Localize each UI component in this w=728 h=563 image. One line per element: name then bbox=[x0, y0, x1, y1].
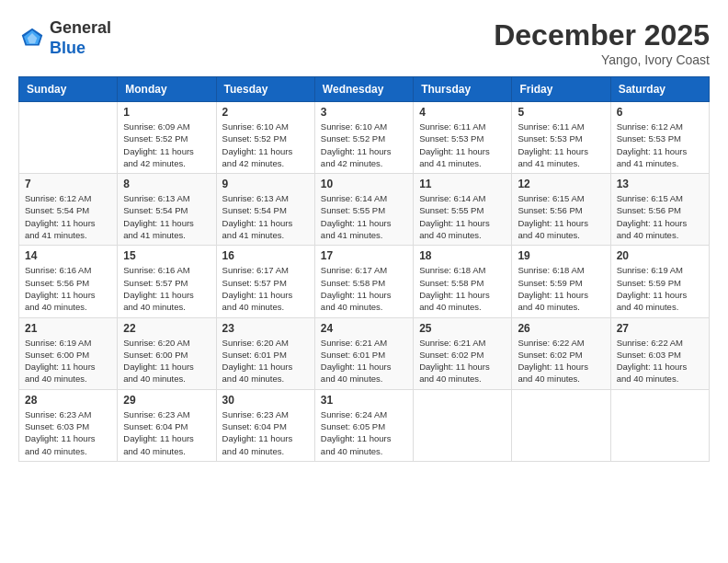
table-row: 5Sunrise: 6:11 AMSunset: 5:53 PMDaylight… bbox=[512, 102, 610, 174]
calendar-week-row: 28Sunrise: 6:23 AMSunset: 6:03 PMDayligh… bbox=[19, 389, 710, 461]
day-info: Sunrise: 6:17 AMSunset: 5:58 PMDaylight:… bbox=[321, 264, 407, 313]
day-info: Sunrise: 6:11 AMSunset: 5:53 PMDaylight:… bbox=[518, 121, 604, 169]
day-info: Sunrise: 6:20 AMSunset: 6:01 PMDaylight:… bbox=[222, 337, 309, 385]
header-thursday: Thursday bbox=[414, 77, 512, 102]
header-sunday: Sunday bbox=[19, 77, 118, 102]
table-row: 12Sunrise: 6:15 AMSunset: 5:56 PMDayligh… bbox=[512, 174, 610, 246]
day-number: 22 bbox=[123, 322, 210, 335]
table-row: 9Sunrise: 6:13 AMSunset: 5:54 PMDaylight… bbox=[216, 174, 314, 246]
day-number: 11 bbox=[419, 178, 506, 190]
day-number: 21 bbox=[25, 322, 111, 335]
calendar-week-row: 1Sunrise: 6:09 AMSunset: 5:52 PMDaylight… bbox=[19, 102, 710, 174]
table-row: 14Sunrise: 6:16 AMSunset: 5:56 PMDayligh… bbox=[19, 246, 118, 317]
table-row bbox=[512, 389, 610, 461]
day-info: Sunrise: 6:17 AMSunset: 5:57 PMDaylight:… bbox=[222, 264, 309, 313]
table-row: 23Sunrise: 6:20 AMSunset: 6:01 PMDayligh… bbox=[216, 317, 314, 389]
day-info: Sunrise: 6:10 AMSunset: 5:52 PMDaylight:… bbox=[321, 121, 407, 169]
calendar-week-row: 7Sunrise: 6:12 AMSunset: 5:54 PMDaylight… bbox=[19, 174, 710, 246]
header-wednesday: Wednesday bbox=[314, 77, 413, 102]
day-info: Sunrise: 6:11 AMSunset: 5:53 PMDaylight:… bbox=[419, 121, 506, 169]
day-number: 25 bbox=[419, 322, 506, 335]
day-number: 8 bbox=[123, 178, 210, 190]
day-number: 20 bbox=[617, 249, 703, 262]
table-row: 16Sunrise: 6:17 AMSunset: 5:57 PMDayligh… bbox=[216, 246, 314, 317]
day-info: Sunrise: 6:15 AMSunset: 5:56 PMDaylight:… bbox=[518, 192, 604, 241]
calendar-header-row: Sunday Monday Tuesday Wednesday Thursday… bbox=[19, 77, 710, 102]
day-number: 13 bbox=[617, 178, 703, 190]
table-row: 29Sunrise: 6:23 AMSunset: 6:04 PMDayligh… bbox=[118, 389, 216, 461]
table-row: 4Sunrise: 6:11 AMSunset: 5:53 PMDaylight… bbox=[414, 102, 512, 174]
day-number: 30 bbox=[222, 394, 309, 407]
day-number: 12 bbox=[518, 178, 604, 190]
day-number: 31 bbox=[321, 394, 407, 407]
month-title: December 2025 bbox=[494, 18, 710, 52]
logo-icon bbox=[18, 25, 46, 52]
day-info: Sunrise: 6:13 AMSunset: 5:54 PMDaylight:… bbox=[222, 192, 309, 241]
day-number: 24 bbox=[321, 322, 407, 335]
table-row: 31Sunrise: 6:24 AMSunset: 6:05 PMDayligh… bbox=[314, 389, 413, 461]
day-info: Sunrise: 6:23 AMSunset: 6:04 PMDaylight:… bbox=[123, 408, 210, 457]
table-row: 22Sunrise: 6:20 AMSunset: 6:00 PMDayligh… bbox=[118, 317, 216, 389]
day-number: 3 bbox=[321, 106, 407, 119]
day-info: Sunrise: 6:16 AMSunset: 5:56 PMDaylight:… bbox=[25, 264, 111, 313]
day-info: Sunrise: 6:18 AMSunset: 5:59 PMDaylight:… bbox=[518, 264, 604, 313]
day-number: 1 bbox=[123, 106, 210, 119]
day-info: Sunrise: 6:23 AMSunset: 6:03 PMDaylight:… bbox=[25, 408, 111, 457]
table-row: 10Sunrise: 6:14 AMSunset: 5:55 PMDayligh… bbox=[314, 174, 413, 246]
table-row: 11Sunrise: 6:14 AMSunset: 5:55 PMDayligh… bbox=[414, 174, 512, 246]
header-friday: Friday bbox=[512, 77, 610, 102]
day-info: Sunrise: 6:14 AMSunset: 5:55 PMDaylight:… bbox=[321, 192, 407, 241]
day-info: Sunrise: 6:09 AMSunset: 5:52 PMDaylight:… bbox=[123, 121, 210, 169]
page-header: General Blue December 2025 Yango, Ivory … bbox=[18, 18, 710, 67]
table-row bbox=[610, 389, 709, 461]
table-row: 8Sunrise: 6:13 AMSunset: 5:54 PMDaylight… bbox=[118, 174, 216, 246]
day-info: Sunrise: 6:15 AMSunset: 5:56 PMDaylight:… bbox=[617, 192, 703, 241]
table-row: 27Sunrise: 6:22 AMSunset: 6:03 PMDayligh… bbox=[610, 317, 709, 389]
table-row: 25Sunrise: 6:21 AMSunset: 6:02 PMDayligh… bbox=[414, 317, 512, 389]
day-number: 4 bbox=[419, 106, 506, 119]
table-row: 19Sunrise: 6:18 AMSunset: 5:59 PMDayligh… bbox=[512, 246, 610, 317]
logo-text: General Blue bbox=[50, 18, 111, 58]
day-info: Sunrise: 6:21 AMSunset: 6:02 PMDaylight:… bbox=[419, 337, 506, 385]
day-number: 10 bbox=[321, 178, 407, 190]
day-info: Sunrise: 6:20 AMSunset: 6:00 PMDaylight:… bbox=[123, 337, 210, 385]
day-info: Sunrise: 6:24 AMSunset: 6:05 PMDaylight:… bbox=[321, 408, 407, 457]
table-row: 20Sunrise: 6:19 AMSunset: 5:59 PMDayligh… bbox=[610, 246, 709, 317]
calendar-table: Sunday Monday Tuesday Wednesday Thursday… bbox=[18, 76, 710, 462]
day-info: Sunrise: 6:12 AMSunset: 5:53 PMDaylight:… bbox=[617, 121, 703, 169]
table-row: 2Sunrise: 6:10 AMSunset: 5:52 PMDaylight… bbox=[216, 102, 314, 174]
day-info: Sunrise: 6:19 AMSunset: 5:59 PMDaylight:… bbox=[617, 264, 703, 313]
day-info: Sunrise: 6:16 AMSunset: 5:57 PMDaylight:… bbox=[123, 264, 210, 313]
day-number: 18 bbox=[419, 249, 506, 262]
table-row: 6Sunrise: 6:12 AMSunset: 5:53 PMDaylight… bbox=[610, 102, 709, 174]
table-row: 30Sunrise: 6:23 AMSunset: 6:04 PMDayligh… bbox=[216, 389, 314, 461]
calendar-week-row: 21Sunrise: 6:19 AMSunset: 6:00 PMDayligh… bbox=[19, 317, 710, 389]
table-row: 13Sunrise: 6:15 AMSunset: 5:56 PMDayligh… bbox=[610, 174, 709, 246]
location: Yango, Ivory Coast bbox=[494, 52, 710, 67]
table-row: 1Sunrise: 6:09 AMSunset: 5:52 PMDaylight… bbox=[118, 102, 216, 174]
day-number: 7 bbox=[25, 178, 111, 190]
header-monday: Monday bbox=[118, 77, 216, 102]
day-number: 9 bbox=[222, 178, 309, 190]
day-number: 6 bbox=[617, 106, 703, 119]
day-number: 23 bbox=[222, 322, 309, 335]
table-row: 26Sunrise: 6:22 AMSunset: 6:02 PMDayligh… bbox=[512, 317, 610, 389]
day-number: 14 bbox=[25, 249, 111, 262]
header-tuesday: Tuesday bbox=[216, 77, 314, 102]
day-info: Sunrise: 6:22 AMSunset: 6:02 PMDaylight:… bbox=[518, 337, 604, 385]
day-number: 16 bbox=[222, 249, 309, 262]
day-info: Sunrise: 6:18 AMSunset: 5:58 PMDaylight:… bbox=[419, 264, 506, 313]
day-info: Sunrise: 6:12 AMSunset: 5:54 PMDaylight:… bbox=[25, 192, 111, 241]
day-info: Sunrise: 6:14 AMSunset: 5:55 PMDaylight:… bbox=[419, 192, 506, 241]
day-number: 27 bbox=[617, 322, 703, 335]
table-row: 21Sunrise: 6:19 AMSunset: 6:00 PMDayligh… bbox=[19, 317, 118, 389]
table-row: 15Sunrise: 6:16 AMSunset: 5:57 PMDayligh… bbox=[118, 246, 216, 317]
logo: General Blue bbox=[18, 18, 111, 58]
day-number: 5 bbox=[518, 106, 604, 119]
day-number: 2 bbox=[222, 106, 309, 119]
day-number: 26 bbox=[518, 322, 604, 335]
header-saturday: Saturday bbox=[610, 77, 709, 102]
day-number: 17 bbox=[321, 249, 407, 262]
day-number: 19 bbox=[518, 249, 604, 262]
day-number: 28 bbox=[25, 394, 111, 407]
